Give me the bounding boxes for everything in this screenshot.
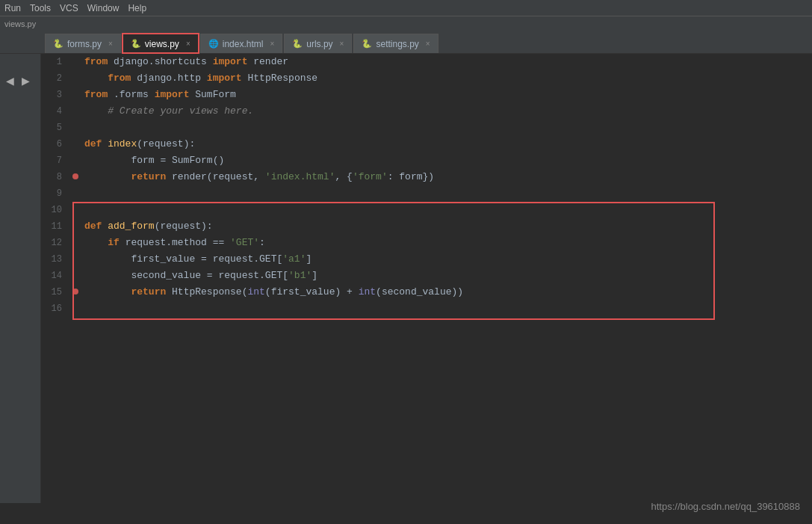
kw-token: def xyxy=(84,221,102,232)
tab-bar: ◀ ▶ 🐍 forms.py × 🐍 views.py × 🌐 index.ht… xyxy=(0,31,812,54)
normal-token: SumForm xyxy=(189,89,235,100)
menu-item-help[interactable]: Help xyxy=(128,3,146,13)
code-line-8: 8 return render(request, 'index.html', {… xyxy=(41,169,812,185)
line-content-3[interactable]: from .forms import SumForm xyxy=(84,87,812,103)
line-number-7: 7 xyxy=(41,152,71,169)
normal-token xyxy=(84,73,108,84)
normal-token xyxy=(84,105,108,117)
code-line-5: 5 xyxy=(41,120,812,136)
urls-tab-label: urls.py xyxy=(306,39,332,49)
code-line-6: 6def index(request): xyxy=(41,136,812,152)
kw-token: return xyxy=(131,171,166,182)
settings-tab-label: settings.py xyxy=(376,39,418,49)
normal-token: (first_value) + xyxy=(265,286,359,298)
normal-token xyxy=(84,237,108,248)
forms-tab-label: forms.py xyxy=(67,39,102,49)
str-token: 'form' xyxy=(353,171,388,182)
line-content-16[interactable] xyxy=(84,300,812,317)
kw-token: from xyxy=(108,73,131,84)
line-number-4: 4 xyxy=(41,103,71,120)
editor-container: 1from django.shortcuts import render2 fr… xyxy=(0,54,812,503)
tab-urls[interactable]: 🐍 urls.py × xyxy=(284,34,352,53)
normal-token: HttpResponse xyxy=(242,73,317,84)
settings-tab-icon: 🐍 xyxy=(362,39,372,49)
line-content-4[interactable]: # Create your views here. xyxy=(84,103,812,120)
line-number-9: 9 xyxy=(41,185,71,202)
tab-settings[interactable]: 🐍 settings.py × xyxy=(353,34,438,53)
line-content-7[interactable]: form = SumForm() xyxy=(84,152,812,169)
normal-token: .forms xyxy=(108,89,154,100)
normal-token: django.http xyxy=(131,73,206,84)
line-content-6[interactable]: def index(request): xyxy=(84,136,812,152)
normal-token: (request): xyxy=(155,221,213,232)
code-line-10: 10 xyxy=(41,202,812,218)
normal-token xyxy=(84,286,131,298)
line-content-12[interactable]: if request.method == 'GET': xyxy=(84,235,812,251)
normal-token xyxy=(84,171,131,182)
line-content-14[interactable]: second_value = request.GET['b1'] xyxy=(84,268,812,284)
normal-token: : form}) xyxy=(388,171,434,182)
views-tab-close[interactable]: × xyxy=(186,40,190,48)
menu-item-window[interactable]: Window xyxy=(87,3,120,13)
fn-token: add_form xyxy=(108,221,154,232)
line-content-10[interactable] xyxy=(84,202,812,218)
urls-tab-icon: 🐍 xyxy=(292,39,303,49)
normal-token: (second_value)) xyxy=(376,286,463,298)
left-panel xyxy=(0,54,41,503)
kw-token: import xyxy=(213,56,248,67)
urls-tab-close[interactable]: × xyxy=(340,40,344,48)
line-content-13[interactable]: first_value = request.GET['a1'] xyxy=(84,251,812,268)
normal-token: : xyxy=(259,237,265,248)
code-editor[interactable]: 1from django.shortcuts import render2 fr… xyxy=(41,54,812,503)
menu-bar: Run Tools VCS Window Help xyxy=(0,0,812,16)
builtin-token: int xyxy=(247,286,264,298)
kw-token: if xyxy=(108,237,120,248)
menu-item-run[interactable]: Run xyxy=(4,3,21,13)
normal-token: render xyxy=(247,56,288,67)
normal-token: request.method == xyxy=(120,237,230,248)
index-tab-icon: 🌐 xyxy=(208,39,219,49)
index-tab-close[interactable]: × xyxy=(270,40,274,48)
line-number-11: 11 xyxy=(41,218,71,235)
code-line-4: 4 # Create your views here. xyxy=(41,103,812,120)
views-tab-icon: 🐍 xyxy=(131,39,141,49)
code-line-15: 15 return HttpResponse(int(first_value) … xyxy=(41,284,812,300)
normal-token: HttpResponse( xyxy=(166,286,247,298)
line-number-6: 6 xyxy=(41,136,71,152)
line-content-1[interactable]: from django.shortcuts import render xyxy=(84,54,812,70)
str-token: 'index.html' xyxy=(265,171,335,182)
tab-views[interactable]: 🐍 views.py × xyxy=(123,34,199,53)
normal-token: django.shortcuts xyxy=(108,56,212,67)
breadcrumb-bar: views.py xyxy=(0,16,812,31)
menu-item-vcs[interactable]: VCS xyxy=(60,3,78,13)
normal-token: ] xyxy=(306,253,312,265)
line-number-1: 1 xyxy=(41,54,71,70)
kw-token: from xyxy=(84,56,108,67)
str-token: 'GET' xyxy=(230,237,259,248)
str-token: 'a1' xyxy=(282,253,306,265)
forms-tab-icon: 🐍 xyxy=(53,39,63,49)
line-content-2[interactable]: from django.http import HttpResponse xyxy=(84,70,812,87)
builtin-token: int xyxy=(359,286,376,298)
normal-token: , { xyxy=(335,171,352,182)
line-content-5[interactable] xyxy=(84,120,812,136)
settings-tab-close[interactable]: × xyxy=(426,40,430,48)
forward-button[interactable]: ▶ xyxy=(19,73,33,88)
breakpoint-icon xyxy=(72,173,78,179)
line-content-15[interactable]: return HttpResponse(int(first_value) + i… xyxy=(84,284,812,300)
menu-item-tools[interactable]: Tools xyxy=(30,3,51,13)
forms-tab-close[interactable]: × xyxy=(108,40,113,48)
line-content-11[interactable]: def add_form(request): xyxy=(84,218,812,235)
back-button[interactable]: ◀ xyxy=(3,73,17,88)
line-content-9[interactable] xyxy=(84,185,812,202)
line-number-16: 16 xyxy=(41,300,71,317)
line-content-8[interactable]: return render(request, 'index.html', {'f… xyxy=(84,169,812,185)
code-line-9: 9 xyxy=(41,185,812,202)
kw-token: def xyxy=(84,138,102,150)
tab-forms[interactable]: 🐍 forms.py × xyxy=(45,34,121,53)
code-line-12: 12 if request.method == 'GET': xyxy=(41,235,812,251)
line-number-3: 3 xyxy=(41,87,71,103)
kw-token: from xyxy=(84,89,108,100)
tab-index-html[interactable]: 🌐 index.html × xyxy=(200,34,283,53)
normal-token: second_value = request.GET[ xyxy=(84,270,288,281)
